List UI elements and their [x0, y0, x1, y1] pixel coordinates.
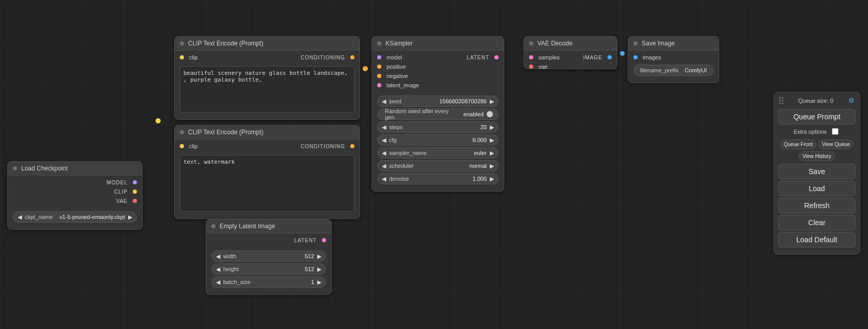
widget-sampler-name[interactable]: ◀sampler_nameeuler▶ — [377, 147, 499, 159]
arrow-left-icon[interactable]: ◀ — [17, 214, 23, 221]
view-queue-button[interactable]: View Queue — [818, 139, 854, 149]
arrow-right-icon[interactable]: ▶ — [489, 176, 495, 182]
arrow-right-icon[interactable]: ▶ — [316, 279, 322, 286]
node-title: VAE Decode — [537, 40, 572, 47]
socket-in-model[interactable] — [377, 55, 381, 59]
socket-out-image[interactable] — [608, 55, 612, 59]
socket-in-negative[interactable] — [377, 74, 381, 78]
clear-button[interactable]: Clear — [778, 215, 856, 230]
node-clip-text-encode-positive[interactable]: CLIP Text Encode (Prompt) clip CONDITION… — [174, 36, 360, 120]
arrow-right-icon[interactable]: ▶ — [316, 253, 322, 260]
widget-value: enabled — [463, 111, 484, 117]
node-header[interactable]: KSampler — [372, 37, 504, 51]
arrow-left-icon[interactable]: ◀ — [381, 98, 387, 105]
widget-scheduler[interactable]: ◀schedulernormal▶ — [377, 160, 499, 171]
node-clip-text-encode-negative[interactable]: CLIP Text Encode (Prompt) clip CONDITION… — [174, 125, 360, 219]
collapse-dot-icon[interactable] — [529, 41, 533, 45]
node-vae-decode[interactable]: VAE Decode samplesIMAGE vae — [523, 36, 617, 69]
in-latent-label: latent_image — [386, 82, 419, 88]
socket-in-images[interactable] — [633, 55, 638, 59]
queue-prompt-button[interactable]: Queue Prompt — [778, 109, 856, 124]
collapse-dot-icon[interactable] — [377, 41, 381, 45]
node-save-image[interactable]: Save Image images filename_prefixComfyUI — [628, 36, 719, 83]
arrow-left-icon[interactable]: ◀ — [381, 150, 387, 156]
arrow-right-icon[interactable]: ▶ — [489, 137, 495, 144]
reroute-clip[interactable] — [156, 118, 161, 123]
arrow-left-icon[interactable]: ◀ — [381, 176, 387, 182]
reroute-conditioning[interactable] — [363, 66, 368, 71]
collapse-dot-icon[interactable] — [211, 224, 215, 228]
widget-ckpt-name[interactable]: ◀ ckpt_name v1-5-pruned-emaonly.ckpt ▶ — [13, 211, 137, 223]
node-header[interactable]: VAE Decode — [524, 37, 617, 51]
save-button[interactable]: Save — [778, 164, 856, 179]
gear-icon[interactable]: ⚙ — [848, 97, 855, 104]
socket-out-latent[interactable] — [322, 238, 326, 242]
refresh-button[interactable]: Refresh — [778, 198, 856, 213]
socket-out-conditioning[interactable] — [350, 144, 354, 148]
arrow-right-icon[interactable]: ▶ — [489, 150, 495, 156]
widget-value: 512 — [303, 253, 316, 259]
extra-options-row: Extra options — [778, 127, 856, 136]
widget-cfg[interactable]: ◀cfg8.000▶ — [377, 134, 499, 146]
socket-out-conditioning[interactable] — [350, 55, 354, 59]
widget-denoise[interactable]: ◀denoise1.000▶ — [377, 173, 499, 184]
toggle-dot-icon[interactable] — [487, 111, 493, 117]
arrow-right-icon[interactable]: ▶ — [127, 214, 133, 221]
prompt-textarea-positive[interactable] — [180, 66, 354, 113]
arrow-right-icon[interactable]: ▶ — [489, 98, 495, 105]
node-header[interactable]: CLIP Text Encode (Prompt) — [175, 37, 360, 51]
arrow-left-icon[interactable]: ◀ — [381, 124, 387, 131]
arrow-left-icon[interactable]: ◀ — [381, 137, 387, 144]
socket-out-vae[interactable] — [133, 199, 137, 203]
node-title: CLIP Text Encode (Prompt) — [188, 129, 264, 136]
node-ksampler[interactable]: KSampler modelLATENT positive negative l… — [371, 36, 504, 192]
node-header[interactable]: Save Image — [628, 37, 719, 51]
widget-seed[interactable]: ◀seed156680208700286▶ — [377, 96, 499, 107]
socket-in-positive[interactable] — [377, 65, 381, 69]
collapse-dot-icon[interactable] — [633, 41, 638, 45]
node-header[interactable]: CLIP Text Encode (Prompt) — [175, 126, 360, 139]
arrow-left-icon[interactable]: ◀ — [381, 163, 387, 169]
arrow-left-icon[interactable]: ◀ — [215, 279, 221, 286]
socket-out-latent[interactable] — [494, 55, 499, 59]
widget-filename-prefix[interactable]: filename_prefixComfyUI — [633, 65, 714, 76]
view-history-button[interactable]: View History — [799, 151, 834, 161]
collapse-dot-icon[interactable] — [180, 130, 184, 134]
node-header[interactable]: Empty Latent Image — [206, 220, 331, 233]
node-header[interactable]: Load Checkpoint — [8, 162, 142, 176]
node-load-checkpoint[interactable]: Load Checkpoint MODEL CLIP VAE ◀ ckpt_na… — [7, 161, 143, 230]
widget-steps[interactable]: ◀steps20▶ — [377, 121, 499, 133]
queue-front-button[interactable]: Queue Front — [780, 139, 816, 149]
in-images-label: images — [643, 54, 661, 60]
extra-options-checkbox[interactable] — [832, 128, 839, 135]
socket-in-clip[interactable] — [180, 144, 184, 148]
load-button[interactable]: Load — [778, 181, 856, 196]
collapse-dot-icon[interactable] — [180, 41, 184, 45]
arrow-right-icon[interactable]: ▶ — [489, 163, 495, 169]
socket-in-samples[interactable] — [529, 55, 533, 59]
prompt-textarea-negative[interactable] — [180, 155, 354, 212]
widget-batch-size[interactable]: ◀batch_size1▶ — [211, 276, 326, 288]
socket-in-vae[interactable] — [529, 65, 533, 69]
socket-in-clip[interactable] — [180, 55, 184, 59]
drag-handle-icon[interactable] — [779, 97, 783, 104]
widget-width[interactable]: ◀width512▶ — [211, 250, 326, 262]
widget-height[interactable]: ◀height512▶ — [211, 263, 326, 275]
socket-out-clip[interactable] — [133, 190, 137, 194]
arrow-left-icon[interactable]: ◀ — [215, 253, 221, 260]
reroute-image[interactable] — [620, 51, 625, 56]
node-empty-latent-image[interactable]: Empty Latent Image LATENT ◀width512▶ ◀he… — [206, 219, 332, 295]
arrow-right-icon[interactable]: ▶ — [489, 124, 495, 131]
socket-out-model[interactable] — [133, 180, 137, 184]
widget-label: denoise — [387, 176, 470, 182]
widget-value: 20 — [478, 124, 489, 130]
arrow-left-icon[interactable]: ◀ — [215, 266, 221, 273]
control-panel[interactable]: Queue size: 0 ⚙ Queue Prompt Extra optio… — [773, 92, 860, 255]
node-title: KSampler — [385, 40, 413, 47]
out-clip-label: CLIP — [114, 189, 128, 195]
arrow-right-icon[interactable]: ▶ — [316, 266, 322, 273]
socket-in-latent[interactable] — [377, 83, 381, 87]
load-default-button[interactable]: Load Default — [778, 232, 856, 247]
collapse-dot-icon[interactable] — [13, 166, 17, 170]
widget-random-seed-toggle[interactable]: Random seed after every genenabled — [377, 108, 499, 120]
